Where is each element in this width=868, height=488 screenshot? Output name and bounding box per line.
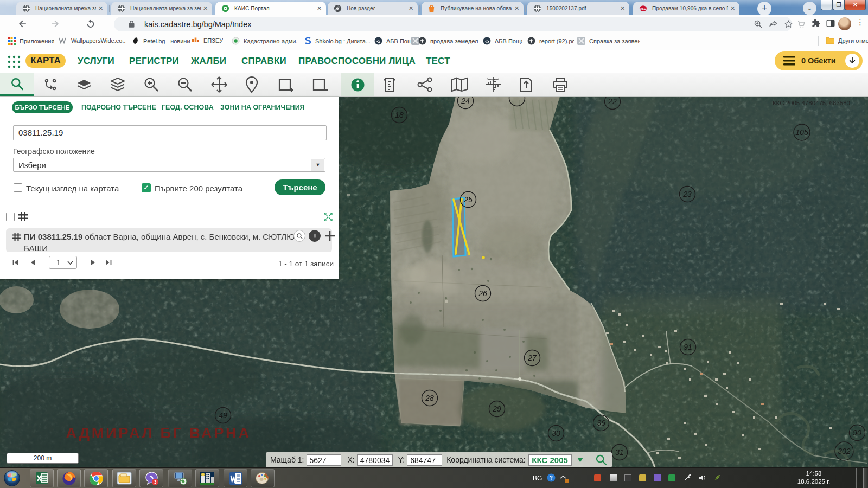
svg-text:23: 23 — [682, 190, 692, 198]
svg-text:28: 28 — [425, 394, 434, 402]
svg-text:302: 302 — [838, 447, 851, 455]
svg-text:25: 25 — [463, 195, 473, 204]
svg-text:36: 36 — [597, 419, 605, 427]
svg-text:26: 26 — [478, 289, 487, 298]
svg-text:ALO: ALO — [640, 7, 647, 10]
svg-text:?: ? — [550, 475, 553, 481]
svg-text:105: 105 — [795, 128, 808, 137]
svg-text:30: 30 — [552, 429, 560, 438]
svg-text:22: 22 — [608, 97, 617, 106]
svg-text:24: 24 — [461, 97, 470, 105]
svg-text:29: 29 — [492, 404, 501, 413]
svg-text:ККС 2005 4780475, 683580: ККС 2005 4780475, 683580 — [773, 100, 850, 106]
svg-text:91: 91 — [684, 343, 692, 351]
svg-text:3: 3 — [154, 479, 156, 485]
svg-text:49: 49 — [219, 411, 227, 420]
svg-text:АДМИРАЛ БГ ВАРНА: АДМИРАЛ БГ ВАРНА — [66, 425, 251, 441]
svg-text:18: 18 — [395, 111, 404, 119]
svg-text:31: 31 — [615, 448, 624, 457]
svg-text:90: 90 — [853, 428, 861, 437]
svg-text:27: 27 — [527, 354, 537, 362]
